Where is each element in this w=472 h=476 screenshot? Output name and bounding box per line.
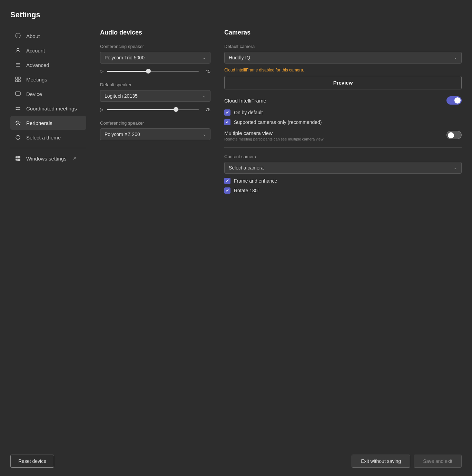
rotate-label: Rotate 180° — [234, 188, 259, 193]
sidebar-item-windows-settings[interactable]: Windows settings ↗ — [10, 152, 86, 165]
advanced-icon — [14, 61, 21, 68]
conferencing-speaker-volume-row: ▷ 45 — [100, 68, 210, 75]
preview-button[interactable]: Preview — [224, 76, 462, 89]
on-by-default-row: ✓ On by default — [224, 109, 462, 116]
multiple-camera-subtitle: Remote meeting participants can see mult… — [224, 137, 442, 141]
on-by-default-checkbox[interactable]: ✓ — [224, 109, 230, 116]
checkmark-icon-4: ✓ — [226, 188, 229, 193]
svg-rect-6 — [16, 80, 18, 82]
chevron-down-icon-2: ⌄ — [203, 94, 206, 98]
conferencing-speaker-value: Polycom Trio 5000 — [105, 55, 145, 60]
mic-dropdown[interactable]: Polycom XZ 200 ⌄ — [100, 128, 210, 140]
conferencing-speaker-volume-value: 45 — [202, 69, 210, 74]
default-speaker-dropdown[interactable]: Logitech 20135 ⌄ — [100, 90, 210, 102]
sidebar-item-meetings[interactable]: Meetings — [10, 72, 86, 86]
conferencing-speaker-label: Conferencing speaker — [100, 44, 210, 49]
default-camera-dropdown[interactable]: Huddly IQ ⌄ — [224, 52, 462, 64]
multiple-camera-label: Multiple camera view — [224, 130, 442, 136]
frame-enhance-label: Frame and enhance — [234, 178, 277, 184]
svg-rect-7 — [18, 80, 20, 82]
svg-rect-5 — [18, 77, 20, 79]
rotate-row: ✓ Rotate 180° — [224, 187, 462, 194]
mic-label: Conferencing speaker — [100, 120, 210, 126]
info-icon: ⓘ — [14, 32, 21, 39]
supported-cameras-checkbox[interactable]: ✓ — [224, 119, 230, 125]
svg-rect-4 — [16, 77, 18, 79]
sidebar-item-select-theme[interactable]: Select a theme — [10, 130, 86, 144]
sidebar: ⓘ About Account Advanced Meetings — [10, 29, 90, 446]
sidebar-item-device[interactable]: Device — [10, 87, 86, 101]
sidebar-item-coordinated-meetings[interactable]: Coordinated meetings — [10, 101, 86, 115]
content-camera-value: Select a camera — [229, 165, 264, 171]
main-content: Audio devices Conferencing speaker Polyc… — [90, 29, 462, 446]
external-link-icon: ↗ — [73, 156, 76, 161]
frame-enhance-checkbox[interactable]: ✓ — [224, 178, 230, 184]
chevron-down-icon: ⌄ — [203, 55, 206, 60]
sidebar-item-advanced[interactable]: Advanced — [10, 58, 86, 72]
cloud-intelframe-label: Cloud IntelliFrame — [224, 98, 266, 104]
rotate-checkbox[interactable]: ✓ — [224, 187, 230, 194]
default-camera-value: Huddly IQ — [229, 55, 250, 60]
cloud-intelframe-warning: Cloud IntelliFrame disabled for this cam… — [224, 68, 462, 72]
peripherals-icon — [14, 119, 21, 126]
sidebar-item-about[interactable]: ⓘ About — [10, 29, 86, 43]
conferencing-speaker-dropdown[interactable]: Polycom Trio 5000 ⌄ — [100, 52, 210, 64]
mic-value: Polycom XZ 200 — [105, 132, 140, 137]
cameras-section: Cameras Default camera Huddly IQ ⌄ Cloud… — [224, 29, 462, 446]
bottom-right-buttons: Exit without saving Save and exit — [352, 455, 462, 468]
default-speaker-volume-row: ▷ 75 — [100, 106, 210, 113]
account-icon — [14, 47, 21, 54]
play-icon[interactable]: ▷ — [100, 69, 104, 74]
frame-enhance-row: ✓ Frame and enhance — [224, 178, 462, 184]
chevron-down-icon-5: ⌄ — [454, 165, 457, 170]
checkmark-icon-3: ✓ — [226, 178, 229, 183]
multiple-camera-toggle[interactable] — [446, 131, 462, 139]
checkmark-icon-2: ✓ — [226, 120, 229, 125]
content-camera-label: Content camera — [224, 154, 462, 159]
supported-cameras-label: Supported cameras only (recommended) — [234, 119, 322, 125]
multiple-camera-row: Multiple camera view Remote meeting part… — [224, 130, 462, 141]
sidebar-item-account[interactable]: Account — [10, 43, 86, 57]
play-icon-2[interactable]: ▷ — [100, 107, 104, 112]
supported-cameras-row: ✓ Supported cameras only (recommended) — [224, 119, 462, 125]
svg-point-10 — [17, 122, 19, 124]
audio-section-title: Audio devices — [100, 29, 210, 36]
theme-icon — [14, 134, 21, 141]
default-speaker-volume-value: 75 — [202, 107, 210, 112]
default-speaker-label: Default speaker — [100, 82, 210, 87]
meetings-icon — [14, 76, 21, 83]
checkmark-icon: ✓ — [226, 110, 229, 115]
audio-section: Audio devices Conferencing speaker Polyc… — [100, 29, 210, 446]
reset-device-button[interactable]: Reset device — [10, 455, 54, 468]
coordinated-icon — [14, 105, 21, 112]
on-by-default-label: On by default — [234, 110, 263, 115]
cameras-section-title: Cameras — [224, 29, 462, 36]
page-title: Settings — [10, 10, 462, 19]
cloud-intelframe-toggle-row: Cloud IntelliFrame — [224, 96, 462, 105]
device-icon — [14, 90, 21, 97]
default-speaker-value: Logitech 20135 — [105, 93, 138, 99]
conferencing-speaker-slider[interactable] — [107, 68, 199, 75]
content-camera-dropdown[interactable]: Select a camera ⌄ — [224, 162, 462, 174]
chevron-down-icon-4: ⌄ — [454, 55, 457, 60]
cloud-intelframe-toggle[interactable] — [446, 96, 462, 105]
default-camera-label: Default camera — [224, 44, 462, 49]
svg-rect-8 — [16, 92, 20, 95]
save-and-exit-button[interactable]: Save and exit — [414, 455, 462, 468]
bottom-bar: Reset device Exit without saving Save an… — [0, 446, 472, 476]
sidebar-item-peripherals[interactable]: Peripherals — [10, 116, 86, 130]
chevron-down-icon-3: ⌄ — [203, 132, 206, 137]
default-speaker-slider[interactable] — [107, 106, 199, 113]
exit-without-saving-button[interactable]: Exit without saving — [352, 455, 410, 468]
svg-point-0 — [17, 48, 19, 50]
windows-icon — [14, 155, 21, 162]
